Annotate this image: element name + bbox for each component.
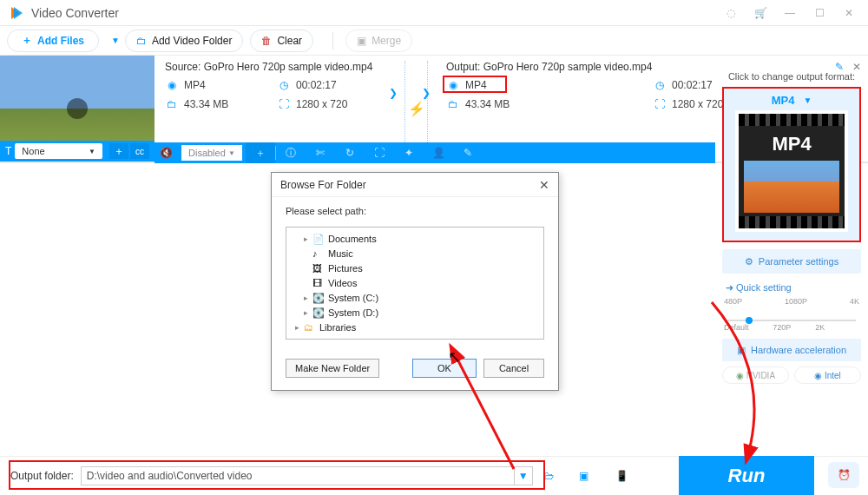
titlebar: Video Converter ◌ 🛒 ― ☐ ✕ [0,0,868,26]
cancel-button[interactable]: Cancel [483,359,544,378]
minimize-icon[interactable]: ― [779,3,800,23]
speaker-icon: 🔇 [160,147,173,159]
highlight-box [443,76,507,93]
quality-slider[interactable] [727,320,856,321]
video-thumbnail[interactable]: T None▼ ＋ cc [0,56,155,162]
hardware-accel-button[interactable]: ▣Hardware acceleration [722,339,861,361]
resolution-icon: ⛶ [653,97,667,111]
app-logo-icon [9,5,24,21]
sliders-icon: ⚙ [745,256,753,267]
media-library-icon[interactable]: ▣ [571,463,597,489]
close-icon[interactable]: ✕ [838,3,859,23]
add-video-folder-button[interactable]: 🗀Add Video Folder [125,30,244,52]
tree-item: ▸🖧Network [288,334,542,340]
right-panel: Click to change output format: MP4▼ MP4 … [722,71,861,384]
dialog-close-icon[interactable]: ✕ [539,178,549,192]
video-edit-bar: T None▼ ＋ cc [0,141,155,162]
clear-label: Clear [277,35,302,47]
tree-item: ▸💽System (C:) [288,290,542,305]
cc-button[interactable]: cc [130,143,149,159]
pictures-icon: 🖼 [312,263,325,274]
slider-handle[interactable] [746,317,753,324]
output-folder-path[interactable]: D:\video and audio\Converted video [81,466,515,485]
audio-value: Disabled [188,148,226,158]
cut-icon[interactable]: ✄ [306,142,335,163]
make-new-folder-button[interactable]: Make New Folder [286,359,379,378]
folder-video-icon: 🗀 [136,35,147,47]
clock-icon: ⏰ [838,469,851,481]
text-icon: T [5,145,11,157]
toolbar-divider [332,32,333,50]
folder-tree[interactable]: ▸📄Documents ♪Music 🖼Pictures 🎞Videos ▸💽S… [286,227,544,340]
schedule-button[interactable]: ⏰ [828,462,859,488]
phone-icon[interactable]: 📱 [609,463,635,489]
output-size: 43.34 MB [465,98,510,110]
resolution-icon: ⛶ [277,97,291,111]
source-label: Source: GoPro Hero 720p sample video.mp4 [165,61,389,73]
clear-button[interactable]: 🗑Clear [250,30,313,52]
videos-icon: 🎞 [312,278,325,288]
subtitle-edit-icon[interactable]: ✎ [453,142,483,163]
format-icon: ◉ [165,78,179,92]
tree-item: ▸🗂Libraries [288,320,542,334]
main-toolbar: ＋Add Files ▼ 🗀Add Video Folder 🗑Clear ▣M… [0,26,868,56]
chevron-right-icon: ❯ [422,87,431,99]
user-icon[interactable]: ◌ [720,3,741,23]
subtitle-dropdown[interactable]: None▼ [15,143,102,159]
dialog-message: Please select path: [286,206,544,216]
source-size: 43.34 MB [184,98,228,110]
add-folder-label: Add Video Folder [152,35,233,47]
subtitle-add-button[interactable]: ＋ [109,143,128,159]
run-button[interactable]: Run [679,456,814,495]
param-label: Parameter settings [759,256,838,267]
bolt-icon: ⚡ [408,101,425,117]
add-files-chevron-icon[interactable]: ▼ [106,36,125,45]
dialog-titlebar: Browse For Folder ✕ [272,173,558,197]
info-icon[interactable]: ⓘ [276,142,306,163]
trash-icon: 🗑 [261,35,272,47]
format-preview-image: MP4 [735,110,848,232]
output-format-selector[interactable]: MP4▼ MP4 [722,87,861,242]
network-icon: 🖧 [304,337,316,340]
folder-icon: 🗀 [446,97,460,111]
ok-button[interactable]: OK [412,359,477,378]
folder-icon: 📄 [312,234,325,244]
drive-icon: 💽 [312,293,325,303]
tree-item: ♪Music [288,246,542,261]
open-output-folder-icon[interactable]: 🗁 [538,466,559,485]
browse-folder-dialog: Browse For Folder ✕ Please select path: … [271,172,559,391]
cart-icon[interactable]: 🛒 [750,3,771,23]
output-folder-dropdown[interactable]: ▼ [514,466,533,485]
chip-icon: ▣ [737,345,746,356]
drive-icon: 💽 [312,307,325,318]
merge-label: Merge [372,35,401,47]
plus-icon: ＋ [22,33,32,48]
intel-chip: ◉ Intel [794,366,861,384]
tree-item: 🖼Pictures [288,261,542,275]
audio-add-button[interactable]: ＋ [246,142,275,163]
libraries-icon: 🗂 [304,322,316,333]
chevron-right-icon: ❯ [389,87,398,99]
source-duration: 00:02:17 [296,79,337,91]
clock-icon: ◷ [653,78,667,92]
tree-item: ▸📄Documents [288,231,542,246]
merge-button[interactable]: ▣Merge [345,30,412,52]
output-folder-label: Output folder: [10,470,74,482]
tree-item: 🎞Videos [288,275,542,290]
maximize-icon[interactable]: ☐ [809,3,830,23]
watermark-icon[interactable]: 👤 [424,142,453,163]
effects-icon[interactable]: ✦ [394,142,424,163]
parameter-settings-button[interactable]: ⚙Parameter settings [722,249,861,274]
output-resolution: 1280 x 720 [672,98,723,110]
add-files-button[interactable]: ＋Add Files [7,30,99,52]
audio-dropdown[interactable]: Disabled▼ [181,145,242,161]
rotate-icon[interactable]: ↻ [335,142,365,163]
quick-setting-label: ➜ Quick setting [726,282,861,294]
nvidia-chip: ◉ NVIDIA [722,366,789,384]
crop-icon[interactable]: ⛶ [365,142,394,163]
folder-icon: 🗀 [165,97,179,111]
source-format: MP4 [184,79,206,91]
clock-icon: ◷ [277,78,291,92]
run-label: Run [728,465,766,487]
add-files-label: Add Files [37,35,84,47]
